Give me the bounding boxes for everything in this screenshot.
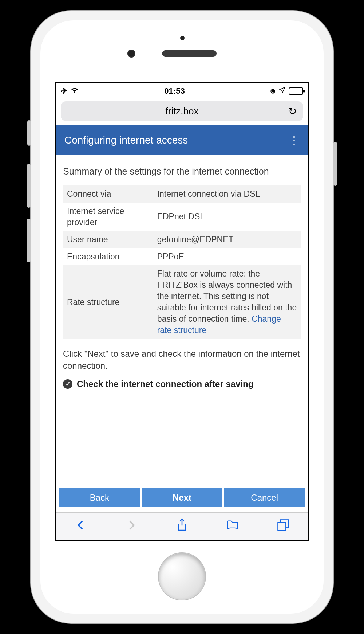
phone-frame: ✈ 01:53 ⊗ fritz.box ↻ <box>31 11 333 623</box>
table-row: Connect via Internet connection via DSL <box>63 185 301 203</box>
row-label: Encapsulation <box>63 248 154 265</box>
phone-body: ✈ 01:53 ⊗ fritz.box ↻ <box>40 20 324 614</box>
instruction-text: Click "Next" to save and check the infor… <box>63 348 301 372</box>
earpiece-speaker <box>162 50 217 57</box>
row-value: Internet connection via DSL <box>154 185 301 203</box>
page-title: Configuring internet access <box>64 134 188 146</box>
browser-address-bar: fritz.box ↻ <box>56 99 308 125</box>
wifi-icon <box>70 86 79 96</box>
row-value: Flat rate or volume rate: the FRITZ!Box … <box>154 265 301 339</box>
front-camera <box>127 50 135 58</box>
volume-down-button[interactable] <box>27 219 31 262</box>
row-value: EDPnet DSL <box>154 203 301 231</box>
proximity-sensor <box>180 36 185 40</box>
summary-heading: Summary of the settings for the internet… <box>63 165 301 178</box>
row-value: PPPoE <box>154 248 301 265</box>
next-button[interactable]: Next <box>142 488 222 507</box>
home-button[interactable] <box>159 553 205 600</box>
address-url: fritz.box <box>165 106 198 117</box>
table-row: User name getonline@EDPNET <box>63 231 301 248</box>
screen: ✈ 01:53 ⊗ fritz.box ↻ <box>55 82 309 541</box>
reload-icon[interactable]: ↻ <box>288 105 297 117</box>
browser-back-icon[interactable] <box>75 518 87 535</box>
checkbox-checked-icon[interactable]: ✓ <box>63 379 72 389</box>
status-time: 01:53 <box>79 86 270 96</box>
row-label: Internet service provider <box>63 203 154 231</box>
row-label: Rate structure <box>63 265 154 339</box>
power-button[interactable] <box>333 142 337 186</box>
safari-toolbar <box>56 512 308 540</box>
cancel-button[interactable]: Cancel <box>224 488 305 507</box>
settings-table: Connect via Internet connection via DSL … <box>63 185 301 340</box>
status-bar: ✈ 01:53 ⊗ <box>56 83 308 99</box>
checkbox-label: Check the internet connection after savi… <box>77 378 253 390</box>
volume-up-button[interactable] <box>27 164 31 208</box>
row-label: User name <box>63 231 154 248</box>
table-row: Internet service provider EDPnet DSL <box>63 203 301 231</box>
page-header: Configuring internet access ⋮ <box>56 125 308 155</box>
airplane-mode-icon: ✈ <box>61 86 67 96</box>
svg-rect-1 <box>278 522 286 530</box>
page-content: Summary of the settings for the internet… <box>56 155 308 483</box>
bookmarks-icon[interactable] <box>226 518 239 535</box>
check-connection-row[interactable]: ✓ Check the internet connection after sa… <box>63 378 301 390</box>
tabs-icon[interactable] <box>277 518 289 535</box>
table-row: Encapsulation PPPoE <box>63 248 301 265</box>
location-icon <box>278 86 286 96</box>
share-icon[interactable] <box>176 518 188 535</box>
orientation-lock-icon: ⊗ <box>270 87 276 95</box>
menu-kebab-icon[interactable]: ⋮ <box>289 138 300 142</box>
row-label: Connect via <box>63 185 154 203</box>
browser-forward-icon <box>125 518 138 535</box>
table-row: Rate structure Flat rate or volume rate:… <box>63 265 301 339</box>
mute-switch[interactable] <box>27 120 31 146</box>
back-button[interactable]: Back <box>59 488 140 507</box>
action-bar: Back Next Cancel <box>56 483 308 512</box>
battery-icon <box>289 87 303 95</box>
row-value: getonline@EDPNET <box>154 231 301 248</box>
address-pill[interactable]: fritz.box ↻ <box>61 101 303 121</box>
